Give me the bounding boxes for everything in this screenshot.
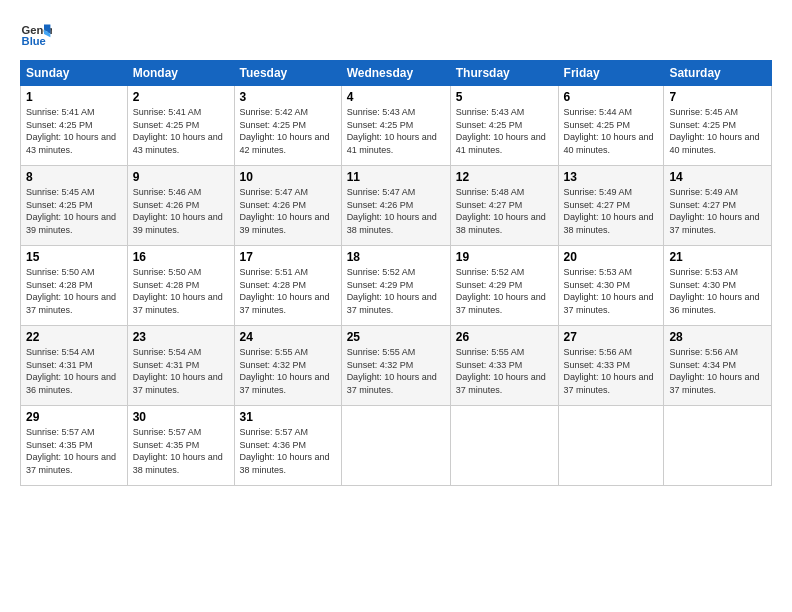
day-info: Sunrise: 5:43 AMSunset: 4:25 PMDaylight:… (456, 106, 553, 156)
day-number: 8 (26, 170, 122, 184)
day-info: Sunrise: 5:53 AMSunset: 4:30 PMDaylight:… (564, 266, 659, 316)
calendar-cell: 10Sunrise: 5:47 AMSunset: 4:26 PMDayligh… (234, 166, 341, 246)
day-info: Sunrise: 5:41 AMSunset: 4:25 PMDaylight:… (133, 106, 229, 156)
calendar-cell: 19Sunrise: 5:52 AMSunset: 4:29 PMDayligh… (450, 246, 558, 326)
day-number: 4 (347, 90, 445, 104)
calendar-cell: 13Sunrise: 5:49 AMSunset: 4:27 PMDayligh… (558, 166, 664, 246)
calendar-cell: 15Sunrise: 5:50 AMSunset: 4:28 PMDayligh… (21, 246, 128, 326)
calendar-cell: 20Sunrise: 5:53 AMSunset: 4:30 PMDayligh… (558, 246, 664, 326)
day-number: 13 (564, 170, 659, 184)
calendar-cell: 17Sunrise: 5:51 AMSunset: 4:28 PMDayligh… (234, 246, 341, 326)
day-number: 24 (240, 330, 336, 344)
day-number: 3 (240, 90, 336, 104)
day-info: Sunrise: 5:54 AMSunset: 4:31 PMDaylight:… (133, 346, 229, 396)
day-info: Sunrise: 5:55 AMSunset: 4:32 PMDaylight:… (240, 346, 336, 396)
calendar-cell: 31Sunrise: 5:57 AMSunset: 4:36 PMDayligh… (234, 406, 341, 486)
day-info: Sunrise: 5:57 AMSunset: 4:36 PMDaylight:… (240, 426, 336, 476)
day-info: Sunrise: 5:50 AMSunset: 4:28 PMDaylight:… (133, 266, 229, 316)
day-info: Sunrise: 5:44 AMSunset: 4:25 PMDaylight:… (564, 106, 659, 156)
calendar-cell (558, 406, 664, 486)
calendar-cell: 3Sunrise: 5:42 AMSunset: 4:25 PMDaylight… (234, 86, 341, 166)
calendar-cell: 11Sunrise: 5:47 AMSunset: 4:26 PMDayligh… (341, 166, 450, 246)
calendar-cell: 8Sunrise: 5:45 AMSunset: 4:25 PMDaylight… (21, 166, 128, 246)
weekday-header: Thursday (450, 61, 558, 86)
calendar-cell: 28Sunrise: 5:56 AMSunset: 4:34 PMDayligh… (664, 326, 772, 406)
day-number: 31 (240, 410, 336, 424)
calendar-cell: 21Sunrise: 5:53 AMSunset: 4:30 PMDayligh… (664, 246, 772, 326)
day-number: 19 (456, 250, 553, 264)
day-info: Sunrise: 5:56 AMSunset: 4:33 PMDaylight:… (564, 346, 659, 396)
day-number: 23 (133, 330, 229, 344)
day-number: 10 (240, 170, 336, 184)
day-number: 5 (456, 90, 553, 104)
day-number: 9 (133, 170, 229, 184)
day-info: Sunrise: 5:50 AMSunset: 4:28 PMDaylight:… (26, 266, 122, 316)
calendar-cell: 1Sunrise: 5:41 AMSunset: 4:25 PMDaylight… (21, 86, 128, 166)
calendar-cell: 24Sunrise: 5:55 AMSunset: 4:32 PMDayligh… (234, 326, 341, 406)
day-info: Sunrise: 5:45 AMSunset: 4:25 PMDaylight:… (669, 106, 766, 156)
day-info: Sunrise: 5:54 AMSunset: 4:31 PMDaylight:… (26, 346, 122, 396)
day-info: Sunrise: 5:47 AMSunset: 4:26 PMDaylight:… (347, 186, 445, 236)
day-info: Sunrise: 5:57 AMSunset: 4:35 PMDaylight:… (26, 426, 122, 476)
logo: General Blue (20, 18, 52, 50)
day-info: Sunrise: 5:43 AMSunset: 4:25 PMDaylight:… (347, 106, 445, 156)
weekday-header: Sunday (21, 61, 128, 86)
day-number: 25 (347, 330, 445, 344)
calendar-cell: 30Sunrise: 5:57 AMSunset: 4:35 PMDayligh… (127, 406, 234, 486)
day-info: Sunrise: 5:41 AMSunset: 4:25 PMDaylight:… (26, 106, 122, 156)
weekday-header: Friday (558, 61, 664, 86)
weekday-header: Saturday (664, 61, 772, 86)
calendar-cell: 2Sunrise: 5:41 AMSunset: 4:25 PMDaylight… (127, 86, 234, 166)
day-number: 17 (240, 250, 336, 264)
day-number: 29 (26, 410, 122, 424)
page: General Blue SundayMondayTuesdayWednesda… (0, 0, 792, 612)
calendar-cell: 18Sunrise: 5:52 AMSunset: 4:29 PMDayligh… (341, 246, 450, 326)
svg-text:Blue: Blue (22, 35, 46, 47)
day-number: 7 (669, 90, 766, 104)
day-number: 11 (347, 170, 445, 184)
day-info: Sunrise: 5:49 AMSunset: 4:27 PMDaylight:… (669, 186, 766, 236)
day-number: 20 (564, 250, 659, 264)
calendar-cell: 23Sunrise: 5:54 AMSunset: 4:31 PMDayligh… (127, 326, 234, 406)
day-number: 14 (669, 170, 766, 184)
day-info: Sunrise: 5:46 AMSunset: 4:26 PMDaylight:… (133, 186, 229, 236)
weekday-header: Monday (127, 61, 234, 86)
day-info: Sunrise: 5:55 AMSunset: 4:32 PMDaylight:… (347, 346, 445, 396)
calendar-cell: 6Sunrise: 5:44 AMSunset: 4:25 PMDaylight… (558, 86, 664, 166)
day-info: Sunrise: 5:56 AMSunset: 4:34 PMDaylight:… (669, 346, 766, 396)
day-number: 15 (26, 250, 122, 264)
calendar-cell: 16Sunrise: 5:50 AMSunset: 4:28 PMDayligh… (127, 246, 234, 326)
calendar-cell (341, 406, 450, 486)
calendar: SundayMondayTuesdayWednesdayThursdayFrid… (20, 60, 772, 486)
calendar-cell: 4Sunrise: 5:43 AMSunset: 4:25 PMDaylight… (341, 86, 450, 166)
calendar-cell (664, 406, 772, 486)
calendar-cell: 14Sunrise: 5:49 AMSunset: 4:27 PMDayligh… (664, 166, 772, 246)
day-info: Sunrise: 5:49 AMSunset: 4:27 PMDaylight:… (564, 186, 659, 236)
calendar-cell: 7Sunrise: 5:45 AMSunset: 4:25 PMDaylight… (664, 86, 772, 166)
day-number: 21 (669, 250, 766, 264)
weekday-header: Wednesday (341, 61, 450, 86)
day-info: Sunrise: 5:55 AMSunset: 4:33 PMDaylight:… (456, 346, 553, 396)
day-number: 2 (133, 90, 229, 104)
day-number: 28 (669, 330, 766, 344)
calendar-cell: 9Sunrise: 5:46 AMSunset: 4:26 PMDaylight… (127, 166, 234, 246)
calendar-cell (450, 406, 558, 486)
header: General Blue (20, 18, 772, 50)
day-info: Sunrise: 5:47 AMSunset: 4:26 PMDaylight:… (240, 186, 336, 236)
day-number: 1 (26, 90, 122, 104)
day-info: Sunrise: 5:57 AMSunset: 4:35 PMDaylight:… (133, 426, 229, 476)
day-info: Sunrise: 5:53 AMSunset: 4:30 PMDaylight:… (669, 266, 766, 316)
day-info: Sunrise: 5:42 AMSunset: 4:25 PMDaylight:… (240, 106, 336, 156)
day-info: Sunrise: 5:51 AMSunset: 4:28 PMDaylight:… (240, 266, 336, 316)
calendar-cell: 26Sunrise: 5:55 AMSunset: 4:33 PMDayligh… (450, 326, 558, 406)
day-number: 18 (347, 250, 445, 264)
calendar-cell: 22Sunrise: 5:54 AMSunset: 4:31 PMDayligh… (21, 326, 128, 406)
day-number: 30 (133, 410, 229, 424)
day-info: Sunrise: 5:48 AMSunset: 4:27 PMDaylight:… (456, 186, 553, 236)
day-number: 6 (564, 90, 659, 104)
calendar-cell: 29Sunrise: 5:57 AMSunset: 4:35 PMDayligh… (21, 406, 128, 486)
calendar-cell: 25Sunrise: 5:55 AMSunset: 4:32 PMDayligh… (341, 326, 450, 406)
day-number: 26 (456, 330, 553, 344)
day-info: Sunrise: 5:45 AMSunset: 4:25 PMDaylight:… (26, 186, 122, 236)
day-number: 12 (456, 170, 553, 184)
